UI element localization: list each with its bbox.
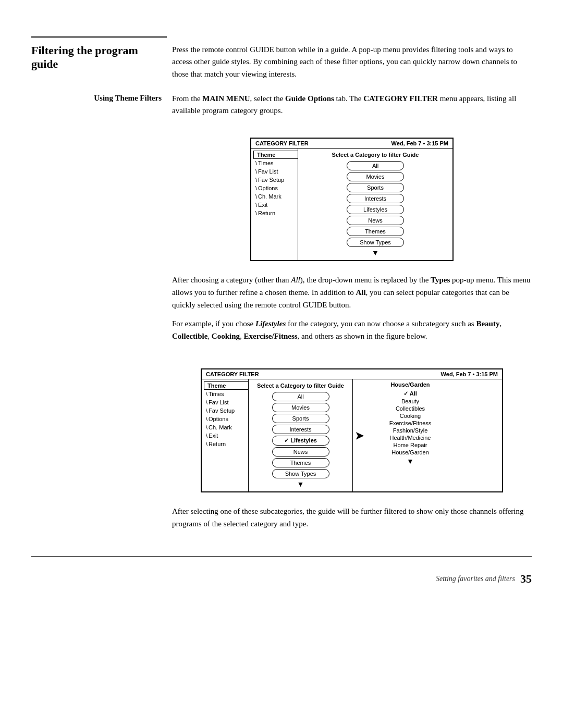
- right-item-beauty[interactable]: Beauty: [370, 398, 450, 405]
- section-title: Filtering the program guide: [31, 44, 172, 71]
- cf-right-panel1: Select a Category to filter Guide All Mo…: [298, 149, 452, 260]
- btn-showtypes1[interactable]: Show Types: [347, 238, 404, 247]
- diagram1-wrapper: CATEGORY FILTER Wed, Feb 7 • 3:15 PM The…: [172, 127, 532, 274]
- menu-item-return2: Return: [202, 440, 248, 448]
- btn-sports2[interactable]: Sports: [272, 414, 329, 423]
- cf-panel-title2: Select a Category to filter Guide: [253, 382, 348, 389]
- menu-item-favlist1: Fav List: [251, 167, 298, 176]
- category-filter-box1: CATEGORY FILTER Wed, Feb 7 • 3:15 PM The…: [250, 138, 454, 261]
- cf-header2: CATEGORY FILTER Wed, Feb 7 • 3:15 PM: [202, 369, 502, 379]
- cf-right-panel2: House/Garden All Beauty Collectibles Coo…: [366, 379, 455, 491]
- cf-title1: CATEGORY FILTER: [255, 140, 309, 146]
- right-item-exercise[interactable]: Exercise/Fitness: [370, 419, 450, 427]
- diagram2-container: CATEGORY FILTER Wed, Feb 7 • 3:15 PM The…: [172, 368, 532, 492]
- scroll-down-arrow1: ▼: [303, 249, 447, 257]
- right-item-homerepair[interactable]: Home Repair: [370, 441, 450, 449]
- section-header: Filtering the program guide Press the re…: [31, 44, 532, 80]
- btn-interests1[interactable]: Interests: [347, 194, 404, 203]
- btn-news1[interactable]: News: [347, 216, 404, 225]
- btn-news2[interactable]: News: [272, 447, 329, 456]
- menu-item-times2: Times: [202, 390, 248, 398]
- menu-item-chmark1: Ch. Mark: [251, 192, 298, 201]
- right-item-housegarden[interactable]: House/Garden: [370, 449, 450, 456]
- bold-exercise: Exercise/Fitness: [244, 332, 298, 340]
- btn-all2[interactable]: All: [272, 392, 329, 401]
- footer-text: Setting favorites and filters: [436, 575, 515, 583]
- italic-lifestyles: Lifestyles: [255, 319, 286, 328]
- btn-interests2[interactable]: Interests: [272, 425, 329, 434]
- btn-themes1[interactable]: Themes: [347, 227, 404, 236]
- subsection-content: From the MAIN MENU, select the Guide Opt…: [172, 93, 532, 117]
- btn-movies1[interactable]: Movies: [347, 172, 404, 181]
- menu-item-favlist2: Fav List: [202, 398, 248, 406]
- right-item-cooking[interactable]: Cooking: [370, 412, 450, 419]
- btn-themes2[interactable]: Themes: [272, 458, 329, 467]
- menu-item-exit1: Exit: [251, 201, 298, 209]
- cf-header1: CATEGORY FILTER Wed, Feb 7 • 3:15 PM: [251, 139, 452, 149]
- menu-item-options1: Options: [251, 184, 298, 192]
- cf-datetime2: Wed, Feb 7 • 3:15 PM: [441, 371, 498, 377]
- section-intro-text: Press the remote control GUIDE button wh…: [172, 44, 532, 80]
- menu-item-times1: Times: [251, 159, 298, 167]
- btn-showtypes2[interactable]: Show Types: [272, 469, 329, 478]
- menu-item-return1: Return: [251, 209, 298, 217]
- menu-item-favsetup2: Fav Setup: [202, 406, 248, 415]
- btn-movies2[interactable]: Movies: [272, 403, 329, 412]
- paragraph3: After selecting one of these subcategori…: [172, 505, 532, 536]
- menu-item-options2: Options: [202, 415, 248, 423]
- bold-cooking: Cooking: [212, 332, 240, 340]
- bold-all2: All: [356, 288, 365, 297]
- btn-sports1[interactable]: Sports: [347, 183, 404, 192]
- cf-left-menu1: Theme Times Fav List Fav Setup Options C…: [251, 149, 298, 260]
- menu-item-theme1: Theme: [253, 151, 298, 159]
- subsection-theme-filters: Using Theme Filters From the MAIN MENU, …: [31, 93, 532, 117]
- scroll-down-arrow-right: ▼: [370, 457, 450, 465]
- italic-all: All: [291, 276, 300, 284]
- right-item-health[interactable]: Health/Medicine: [370, 434, 450, 441]
- cf-datetime1: Wed, Feb 7 • 3:15 PM: [391, 140, 448, 146]
- menu-item-chmark2: Ch. Mark: [202, 423, 248, 431]
- bold-collectible: Collectible: [172, 332, 207, 340]
- right-item-fashion[interactable]: Fashion/Style: [370, 427, 450, 434]
- cf-left-menu2: Theme Times Fav List Fav Setup Options C…: [202, 379, 249, 491]
- scroll-down-arrow2: ▼: [253, 480, 348, 488]
- btn-lifestyles2[interactable]: Lifestyles: [272, 436, 329, 446]
- right-item-all[interactable]: All: [370, 390, 450, 398]
- menu-item-exit2: Exit: [202, 431, 248, 440]
- top-rule: [31, 36, 167, 38]
- subsection-label: Using Theme Filters: [31, 93, 172, 103]
- cf-title2: CATEGORY FILTER: [206, 371, 259, 377]
- cf-panel-title1: Select a Category to filter Guide: [303, 152, 447, 158]
- arrow-connector: ➤: [353, 379, 366, 491]
- bold-types: Types: [431, 276, 450, 284]
- btn-lifestyles1[interactable]: Lifestyles: [347, 205, 404, 214]
- cf-middle-panel2: Select a Category to filter Guide All Mo…: [249, 379, 353, 491]
- menu-item-theme2: Theme: [204, 381, 248, 390]
- category-filter-box2: CATEGORY FILTER Wed, Feb 7 • 3:15 PM The…: [201, 368, 503, 492]
- btn-all1[interactable]: All: [347, 161, 404, 170]
- cf-right-panel-title: House/Garden: [370, 381, 450, 388]
- menu-item-favsetup1: Fav Setup: [251, 176, 298, 184]
- page-container: Filtering the program guide Press the re…: [0, 21, 563, 601]
- cf-body2: Theme Times Fav List Fav Setup Options C…: [202, 379, 502, 491]
- right-item-collectibles[interactable]: Collectibles: [370, 405, 450, 412]
- diagram2-wrapper: CATEGORY FILTER Wed, Feb 7 • 3:15 PM The…: [172, 358, 532, 505]
- footer-page: 35: [520, 572, 532, 586]
- cf-body1: Theme Times Fav List Fav Setup Options C…: [251, 149, 452, 260]
- footer: Setting favorites and filters 35: [31, 556, 532, 586]
- bold-beauty: Beauty: [476, 319, 499, 328]
- diagram1-container: CATEGORY FILTER Wed, Feb 7 • 3:15 PM The…: [172, 138, 532, 261]
- paragraph1: After choosing a category (other than Al…: [172, 274, 532, 349]
